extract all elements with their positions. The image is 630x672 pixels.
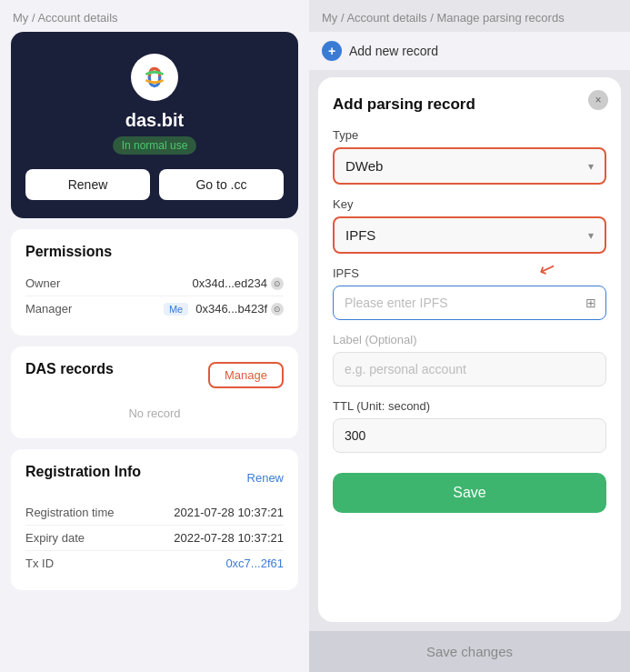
add-circle-icon: + (322, 41, 342, 61)
ipfs-input-wrapper[interactable]: ⊞ (333, 286, 606, 320)
type-select-wrapper[interactable]: DWeb Profile Address ▾ (333, 147, 606, 185)
ttl-field-group: TTL (Unit: second) (333, 399, 606, 453)
label-field-label: Label (Optional) (333, 333, 606, 346)
modal-title: Add parsing record (333, 95, 606, 114)
status-badge: In normal use (113, 136, 197, 155)
save-changes-bar: Save changes (309, 631, 630, 672)
modal-card: Add parsing record × Type DWeb Profile A… (318, 77, 621, 622)
owner-label: Owner (25, 276, 60, 290)
save-changes-text: Save changes (426, 644, 513, 659)
das-records-title: DAS records (25, 361, 114, 377)
profile-name: das.bit (125, 110, 184, 131)
key-label: Key (333, 197, 606, 211)
ipfs-input[interactable] (334, 286, 605, 319)
reg-info-title: Registration Info (25, 464, 141, 480)
profile-buttons: Renew Go to .cc (25, 169, 284, 200)
expiry-label: Expiry date (25, 531, 85, 545)
type-field-group: Type DWeb Profile Address ▾ (333, 128, 606, 185)
left-panel: My / Account details das.bit In normal u… (0, 0, 309, 672)
tx-row: Tx ID 0xc7...2f61 (25, 551, 284, 576)
das-header: DAS records Manage (25, 361, 284, 388)
profile-card: das.bit In normal use Renew Go to .cc (11, 32, 298, 218)
tx-value[interactable]: 0xc7...2f61 (225, 557, 284, 570)
tx-label: Tx ID (25, 557, 54, 570)
label-field-group: Label (Optional) (333, 333, 606, 386)
das-records-section: DAS records Manage No record (11, 346, 298, 438)
reg-time-value: 2021-07-28 10:37:21 (174, 506, 284, 519)
key-field-group: Key IPFS BTC ETH ▾ (333, 197, 606, 254)
reg-info-section: Registration Info Renew Registration tim… (11, 449, 298, 590)
reg-time-label: Registration time (25, 506, 115, 519)
goto-cc-button[interactable]: Go to .cc (159, 169, 284, 200)
ipfs-label: IPFS (333, 266, 606, 280)
manager-value: Me 0x346...b423f ⊙ (164, 302, 284, 316)
expiry-row: Expiry date 2022-07-28 10:37:21 (25, 526, 284, 551)
ipfs-field-group: IPFS ↙ ⊞ (333, 266, 606, 320)
manager-row: Manager Me 0x346...b423f ⊙ (25, 296, 284, 321)
add-record-bar[interactable]: + Add new record (309, 32, 630, 70)
owner-value: 0x34d...ed234 ⊙ (193, 276, 284, 290)
add-record-text: Add new record (349, 44, 438, 58)
ttl-label: TTL (Unit: second) (333, 399, 606, 413)
save-button[interactable]: Save (333, 473, 606, 513)
me-badge: Me (164, 303, 188, 316)
label-input[interactable] (333, 352, 606, 386)
type-label: Type (333, 128, 606, 142)
no-record-text: No record (25, 399, 284, 424)
permissions-title: Permissions (25, 244, 284, 260)
type-select[interactable]: DWeb Profile Address (335, 149, 605, 183)
reg-time-row: Registration time 2021-07-28 10:37:21 (25, 500, 284, 526)
owner-copy-icon[interactable]: ⊙ (271, 277, 284, 290)
svg-point-0 (139, 62, 170, 93)
qr-scan-icon: ⊞ (585, 296, 596, 310)
right-panel: My / Account details / Manage parsing re… (309, 0, 630, 672)
key-select-wrapper[interactable]: IPFS BTC ETH ▾ (333, 216, 606, 254)
renew-button[interactable]: Renew (25, 169, 150, 200)
manage-button[interactable]: Manage (208, 362, 284, 388)
reg-renew-link[interactable]: Renew (247, 471, 284, 485)
key-select[interactable]: IPFS BTC ETH (335, 218, 605, 252)
modal-close-button[interactable]: × (588, 90, 608, 110)
owner-row: Owner 0x34d...ed234 ⊙ (25, 271, 284, 296)
reg-header: Registration Info Renew (25, 464, 284, 491)
left-breadcrumb: My / Account details (0, 0, 309, 32)
right-breadcrumb: My / Account details / Manage parsing re… (309, 0, 630, 32)
ttl-input[interactable] (333, 418, 606, 453)
permissions-section: Permissions Owner 0x34d...ed234 ⊙ Manage… (11, 229, 298, 336)
expiry-value: 2022-07-28 10:37:21 (174, 531, 284, 545)
manager-label: Manager (25, 302, 72, 316)
manager-copy-icon[interactable]: ⊙ (271, 303, 284, 316)
logo-circle (131, 54, 178, 101)
